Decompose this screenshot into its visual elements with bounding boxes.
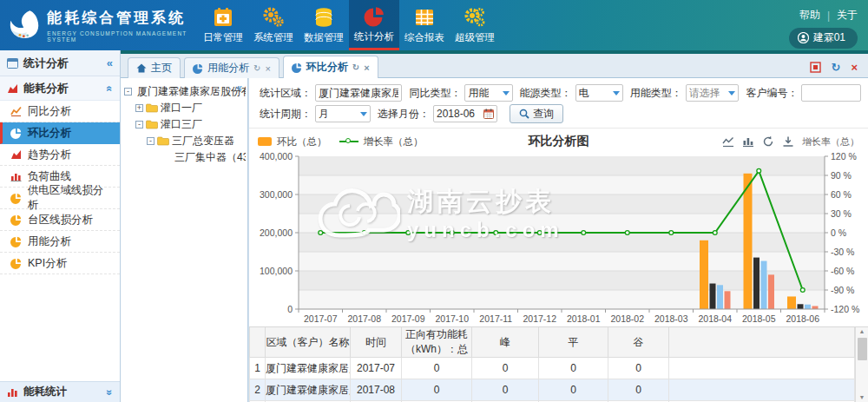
table-row[interactable]: 1厦门建霖健康家居股份有限公司 2017-070 00 0 xyxy=(250,358,855,379)
sidebar-group-energy-analysis[interactable]: 能耗分析 « xyxy=(0,76,120,101)
tree-expander[interactable]: - xyxy=(124,88,132,96)
nav-item-statistics[interactable]: 统计分析 xyxy=(349,0,399,50)
tab-home[interactable]: 主页 xyxy=(128,57,181,78)
yoy-type-select[interactable]: 用能 xyxy=(464,84,512,102)
download-chart-icon[interactable] xyxy=(782,135,794,148)
window-controls: ↻ × xyxy=(810,62,868,77)
table-header-row: 区域（客户）名称 时间 正向有功能耗（kWh）：总 峰 平 谷 xyxy=(250,327,855,358)
brand-text: 能耗综合管理系统 ENERGY CONSUMPTION MANAGEMENT S… xyxy=(47,8,198,43)
sidebar-item-yoy[interactable]: 同比分析 xyxy=(0,101,120,122)
help-link[interactable]: 帮助 xyxy=(799,8,820,23)
tab-energy-use[interactable]: 用能分析 ↻ × xyxy=(184,57,279,78)
nav-item-system[interactable]: 系统管理 xyxy=(248,0,299,50)
tab-refresh-icon[interactable]: ↻ xyxy=(253,63,260,73)
month-label: 选择月份： xyxy=(378,107,430,122)
svg-text:-90 %: -90 % xyxy=(831,285,854,295)
restore-icon[interactable] xyxy=(810,62,821,73)
tree-node-label: 厦门建霖健康家居股份有限公司 xyxy=(137,84,246,99)
tree-expander[interactable]: - xyxy=(147,137,155,145)
folder-icon xyxy=(146,103,158,113)
sidebar-item-trend[interactable]: 趋势分析 xyxy=(0,144,120,166)
folder-icon xyxy=(157,136,169,146)
usage-type-select[interactable]: 请选择 xyxy=(686,84,740,102)
svg-text:30 %: 30 % xyxy=(831,208,852,219)
tree-node-label: 三厂集中器（4301003 xyxy=(174,150,246,165)
tab-mom-analysis[interactable]: 环比分析 ↻ × xyxy=(283,56,378,78)
chart-header: 环比分析图 环比（总） 增长率（总） xyxy=(249,129,868,151)
nav-item-data[interactable]: 数据管理 xyxy=(299,0,349,50)
tree-expander[interactable]: - xyxy=(135,121,143,129)
close-page-icon[interactable]: × xyxy=(851,62,858,73)
energy-type-select[interactable]: 电 xyxy=(575,84,623,102)
report-grid-icon xyxy=(413,6,436,29)
user-menu[interactable]: 建霖01 xyxy=(789,28,858,49)
tree-node-concentrator[interactable]: 三厂集中器（4301003 xyxy=(124,149,246,166)
tab-close-icon[interactable]: × xyxy=(265,63,270,74)
link-separator: | xyxy=(827,10,830,22)
sidebar-item-region-lineloss[interactable]: 供电区域线损分析 xyxy=(0,188,120,209)
col-filler xyxy=(669,327,855,358)
tab-label: 主页 xyxy=(151,61,172,76)
svg-text:-60 %: -60 % xyxy=(831,266,854,276)
pie-icon xyxy=(10,128,22,139)
sidebar-collapse-icon[interactable]: « xyxy=(107,56,113,69)
sidebar-item-label: 负荷曲线 xyxy=(28,169,71,184)
sidebar-item-mom[interactable]: 环比分析 xyxy=(0,122,120,144)
tree-node-plant3[interactable]: - 灌口三厂 xyxy=(124,116,246,133)
sidebar-item-label: 趋势分析 xyxy=(28,148,71,162)
top-links: 帮助 | 关于 xyxy=(799,8,858,23)
customer-no-label: 客户编号： xyxy=(746,86,798,101)
pie-chart-icon xyxy=(363,5,385,28)
tab-bar: 主页 用能分析 ↻ × 环比分析 ↻ × ↻ × xyxy=(121,54,868,78)
scroll-down-icon[interactable]: ▼ xyxy=(859,393,865,402)
nav-label: 综合报表 xyxy=(404,31,444,44)
svg-text:2017-10: 2017-10 xyxy=(435,313,469,324)
tree-node-plant1[interactable]: + 灌口一厂 xyxy=(124,100,246,116)
refresh-page-icon[interactable]: ↻ xyxy=(832,62,841,73)
nav-label: 日常管理 xyxy=(203,31,243,44)
switch-line-chart-icon[interactable] xyxy=(722,136,734,148)
sidebar-item-kpi[interactable]: KPI分析 xyxy=(0,253,120,274)
sidebar-item-label: 台区线损分析 xyxy=(28,213,93,227)
tree-collapse-icon[interactable]: « xyxy=(236,82,242,94)
tree-expander[interactable]: + xyxy=(135,104,143,112)
restore-chart-icon[interactable] xyxy=(762,135,774,148)
month-input[interactable]: 2018-06 xyxy=(433,105,497,122)
nav-item-reports[interactable]: 综合报表 xyxy=(399,0,450,50)
sidebar-item-label: 用能分析 xyxy=(28,234,71,249)
table-scrollbar[interactable]: ▲ ▼ xyxy=(855,327,868,402)
app-header: 能耗综合管理系统 ENERGY CONSUMPTION MANAGEMENT S… xyxy=(0,0,868,50)
query-button[interactable]: 查询 xyxy=(510,104,563,123)
query-button-label: 查询 xyxy=(533,107,554,122)
switch-bar-chart-icon[interactable] xyxy=(742,136,754,148)
svg-text:2017-11: 2017-11 xyxy=(479,313,512,324)
sidebar-section-energy-stats[interactable]: 能耗统计 » xyxy=(0,381,120,402)
main-nav: 日常管理 系统管理 数据管理 xyxy=(198,0,500,50)
tab-close-icon[interactable]: × xyxy=(364,63,369,73)
chevron-down-icon xyxy=(613,91,620,96)
tree-node-transformer[interactable]: - 三厂总变压器 xyxy=(124,133,246,149)
tree-node-company[interactable]: - 厦门建霖健康家居股份有限公司 xyxy=(124,83,246,100)
scroll-up-icon[interactable]: ▲ xyxy=(859,327,865,336)
col-total-kwh: 正向有功能耗（kWh）：总 xyxy=(402,327,472,358)
scrollbar-thumb[interactable] xyxy=(858,338,867,360)
customer-no-input[interactable] xyxy=(801,84,861,102)
chevron-down-icon xyxy=(360,112,367,116)
region-input[interactable]: 厦门建霖健康家居股份有限公司 xyxy=(315,84,402,102)
sidebar-item-energy-use[interactable]: 用能分析 xyxy=(0,231,120,253)
gears-icon xyxy=(262,6,285,29)
svg-text:2018-05: 2018-05 xyxy=(742,313,776,324)
svg-text:120 %: 120 % xyxy=(831,151,857,161)
period-select[interactable]: 月 xyxy=(315,105,371,122)
about-link[interactable]: 关于 xyxy=(837,8,858,23)
nav-item-super[interactable]: 超级管理 xyxy=(450,0,500,50)
tab-refresh-icon[interactable]: ↻ xyxy=(352,63,359,72)
col-flat: 平 xyxy=(539,327,608,358)
calendar-icon[interactable] xyxy=(483,109,494,119)
col-time: 时间 xyxy=(351,327,402,358)
sidebar-item-label: 同比分析 xyxy=(28,104,71,119)
chart-toolbox: 增长率（总） xyxy=(722,135,859,148)
nav-item-daily[interactable]: 日常管理 xyxy=(198,0,248,50)
table-row[interactable]: 2厦门建霖健康家居股份有限公司 2017-080 00 0 xyxy=(250,379,855,401)
device-tree-panel: « - 厦门建霖健康家居股份有限公司 + 灌口一厂 - 灌口三厂 - 三厂总变压… xyxy=(121,78,248,402)
